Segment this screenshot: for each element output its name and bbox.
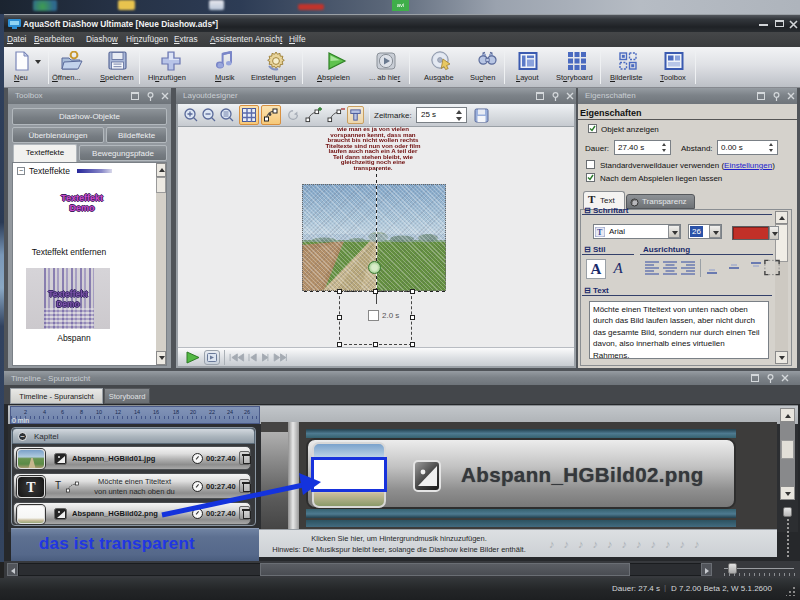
svg-text:T: T bbox=[597, 228, 603, 237]
